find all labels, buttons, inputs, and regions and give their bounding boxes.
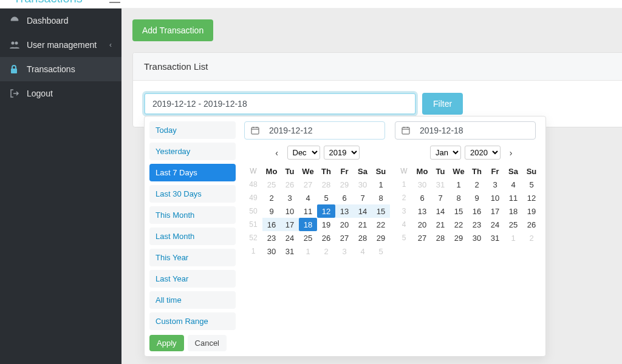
calendar-day[interactable]: 15 — [372, 204, 390, 218]
range-preset[interactable]: Yesterday — [149, 143, 236, 160]
calendar-day[interactable]: 7 — [431, 191, 449, 204]
calendar-day[interactable]: 20 — [335, 218, 354, 231]
calendar-day[interactable]: 25 — [299, 231, 317, 244]
calendar-day[interactable]: 7 — [354, 191, 372, 204]
calendar-day[interactable]: 4 — [504, 178, 522, 191]
date-range-input[interactable] — [144, 93, 416, 115]
chevron-left-icon: ‹ — [109, 41, 112, 49]
year-select[interactable]: 2020 — [465, 146, 501, 160]
calendar-day[interactable]: 18 — [504, 204, 522, 218]
calendar-day[interactable]: 1 — [372, 178, 390, 191]
calendar-day[interactable]: 14 — [431, 204, 449, 218]
calendar-day[interactable]: 10 — [486, 191, 504, 204]
month-select[interactable]: Jan — [430, 146, 461, 160]
calendar-day[interactable]: 9 — [468, 191, 486, 204]
calendar-day[interactable]: 5 — [522, 178, 541, 191]
sidebar-item-dashboard[interactable]: Dashboard — [0, 8, 121, 33]
calendar-day[interactable]: 4 — [299, 191, 317, 204]
calendar-day[interactable]: 5 — [317, 191, 335, 204]
calendar-day[interactable]: 21 — [431, 218, 449, 231]
calendar-day[interactable]: 12 — [317, 204, 335, 218]
calendar-day[interactable]: 31 — [281, 244, 299, 258]
calendar-day[interactable]: 23 — [262, 231, 281, 244]
calendar-day[interactable]: 8 — [449, 191, 468, 204]
calendar-day[interactable]: 28 — [354, 231, 372, 244]
calendar-day[interactable]: 18 — [299, 218, 317, 231]
calendar-day[interactable]: 29 — [372, 231, 390, 244]
calendar-day[interactable]: 30 — [468, 231, 486, 244]
range-preset[interactable]: All time — [149, 291, 236, 309]
calendar-day[interactable]: 27 — [335, 231, 354, 244]
calendar-day[interactable]: 3 — [486, 178, 504, 191]
sidebar-item-logout[interactable]: Logout — [0, 81, 121, 106]
range-preset[interactable]: Last Month — [149, 228, 236, 245]
calendar-day[interactable]: 12 — [522, 191, 541, 204]
preset-ranges: TodayYesterdayLast 7 DaysLast 30 DaysThi… — [149, 121, 239, 351]
calendar-day[interactable]: 16 — [262, 218, 281, 231]
calendar-day[interactable]: 22 — [372, 218, 390, 231]
add-transaction-button[interactable]: Add Transaction — [132, 19, 213, 41]
range-preset[interactable]: Last 30 Days — [149, 185, 236, 203]
calendar-day: 31 — [431, 178, 449, 191]
calendar-day[interactable]: 22 — [449, 218, 468, 231]
next-month-icon[interactable]: › — [504, 148, 518, 158]
range-preset[interactable]: Last Year — [149, 270, 236, 288]
calendar-date-input[interactable]: 2019-12-18 — [395, 121, 536, 140]
calendar-day[interactable]: 31 — [486, 231, 504, 244]
calendar-day[interactable]: 26 — [317, 231, 335, 244]
range-preset[interactable]: Last 7 Days — [149, 164, 236, 181]
calendar-day[interactable]: 26 — [522, 218, 541, 231]
sidebar-item-user-management[interactable]: User management ‹ — [0, 33, 121, 57]
calendar-day[interactable]: 14 — [354, 204, 372, 218]
cancel-button[interactable]: Cancel — [188, 335, 227, 351]
calendar-day[interactable]: 19 — [522, 204, 541, 218]
hamburger-icon[interactable] — [109, 0, 120, 5]
svg-rect-2 — [11, 69, 17, 73]
calendar-day[interactable]: 6 — [335, 191, 354, 204]
prev-month-icon[interactable]: ‹ — [270, 148, 284, 158]
calendar-day[interactable]: 11 — [299, 204, 317, 218]
calendar-day[interactable]: 28 — [431, 231, 449, 244]
calendar-day[interactable]: 2 — [468, 178, 486, 191]
calendar-date-input[interactable]: 2019-12-12 — [244, 121, 385, 140]
calendar-day[interactable]: 16 — [468, 204, 486, 218]
svg-rect-3 — [251, 127, 259, 134]
calendar-day[interactable]: 13 — [413, 204, 431, 218]
range-preset[interactable]: Custom Range — [149, 312, 236, 330]
sidebar-item-transactions[interactable]: Transactions — [0, 57, 121, 81]
filter-button[interactable]: Filter — [422, 93, 463, 115]
range-preset[interactable]: This Month — [149, 206, 236, 224]
calendar-day[interactable]: 24 — [486, 218, 504, 231]
calendar-day[interactable]: 1 — [449, 178, 468, 191]
calendar-day: 1 — [504, 231, 522, 244]
calendar-day[interactable]: 2 — [262, 191, 281, 204]
year-select[interactable]: 2019 — [324, 146, 360, 160]
calendar-day[interactable]: 27 — [413, 231, 431, 244]
range-preset[interactable]: Today — [149, 121, 236, 139]
calendar-day: 5 — [372, 244, 390, 258]
calendar-day[interactable]: 25 — [504, 218, 522, 231]
lock-icon — [10, 64, 21, 74]
calendar-day[interactable]: 29 — [449, 231, 468, 244]
apply-button[interactable]: Apply — [149, 335, 184, 351]
calendar-day[interactable]: 6 — [413, 191, 431, 204]
calendar-day[interactable]: 8 — [372, 191, 390, 204]
calendar-day[interactable]: 13 — [335, 204, 354, 218]
calendar-day: 30 — [413, 178, 431, 191]
calendar-day[interactable]: 10 — [281, 204, 299, 218]
calendar-day[interactable]: 17 — [281, 218, 299, 231]
calendar-day[interactable]: 3 — [281, 191, 299, 204]
month-select[interactable]: Dec — [287, 146, 320, 160]
range-preset[interactable]: This Year — [149, 249, 236, 266]
calendar-day[interactable]: 30 — [262, 244, 281, 258]
calendar-day[interactable]: 20 — [413, 218, 431, 231]
calendar-day[interactable]: 9 — [262, 204, 281, 218]
calendar-day[interactable]: 23 — [468, 218, 486, 231]
calendar-day[interactable]: 11 — [504, 191, 522, 204]
calendar-day[interactable]: 15 — [449, 204, 468, 218]
calendar-day: 29 — [335, 178, 354, 191]
calendar-day[interactable]: 21 — [354, 218, 372, 231]
calendar-day[interactable]: 17 — [486, 204, 504, 218]
calendar-day[interactable]: 24 — [281, 231, 299, 244]
calendar-day[interactable]: 19 — [317, 218, 335, 231]
